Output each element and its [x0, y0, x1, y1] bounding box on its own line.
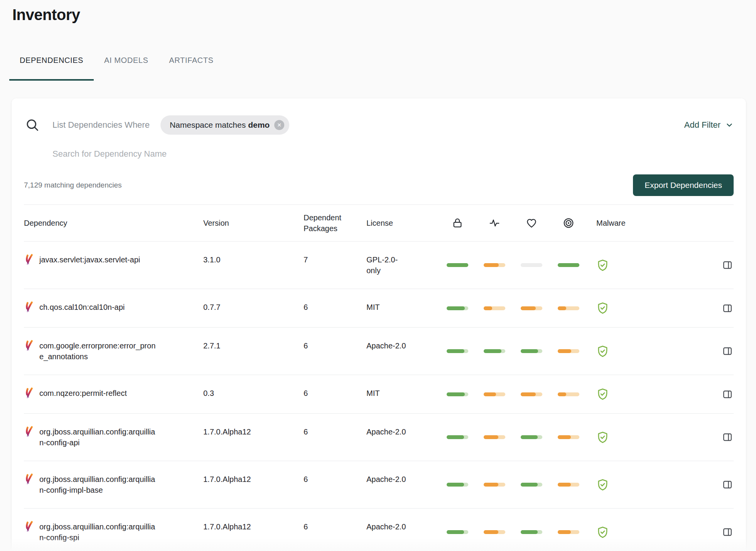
activity-icon — [484, 217, 505, 229]
target-icon — [558, 217, 579, 229]
dependent-packages-value: 7 — [304, 254, 366, 265]
open-details-panel-button[interactable] — [722, 432, 733, 443]
dependency-table-body: javax.servlet:javax.servlet-api3.1.07GPL… — [24, 242, 734, 551]
tab-ai-models[interactable]: AI MODELS — [94, 56, 159, 81]
heart-score-bar — [521, 392, 558, 396]
dependency-name: com.google.errorprone:error_prone_annota… — [39, 340, 156, 362]
row-actions — [658, 389, 734, 400]
open-details-panel-button[interactable] — [722, 389, 733, 400]
table-row[interactable]: com.nqzero:permit-reflect0.36MIT — [24, 375, 734, 414]
license-value: MIT — [366, 302, 447, 313]
dependent-packages-value: 6 — [304, 521, 366, 532]
activity-score-bar — [484, 530, 521, 534]
table-row[interactable]: org.jboss.arquillian.config:arquillian-c… — [24, 509, 734, 551]
tab-dependencies[interactable]: DEPENDENCIES — [9, 56, 94, 81]
matching-count: 7,129 matching dependencies — [24, 181, 122, 189]
search-icon — [25, 118, 39, 132]
dependency-name-cell: org.jboss.arquillian.config:arquillian-c… — [24, 474, 203, 495]
target-score-bar — [558, 530, 596, 534]
add-filter-button[interactable]: Add Filter — [684, 120, 734, 130]
dependent-packages-value: 6 — [304, 340, 366, 351]
filter-chip-namespace[interactable]: Namespace matches demo ✕ — [160, 115, 289, 135]
lock-score-bar — [447, 435, 484, 439]
row-actions — [658, 479, 734, 490]
malware-clean-shield-icon — [596, 302, 658, 314]
open-details-panel-button[interactable] — [722, 479, 733, 490]
dependency-name-cell: javax.servlet:javax.servlet-api — [24, 254, 203, 265]
dependency-search-row: Search for Dependency Name — [52, 149, 734, 159]
target-score-bar — [558, 306, 596, 310]
target-score-bar — [558, 483, 596, 487]
open-details-panel-button[interactable] — [722, 346, 733, 357]
table-row[interactable]: com.google.errorprone:error_prone_annota… — [24, 328, 734, 375]
target-score-bar — [558, 263, 596, 267]
maven-package-icon — [24, 426, 34, 440]
export-dependencies-button[interactable]: Export Dependencies — [633, 174, 734, 196]
open-details-panel-button[interactable] — [722, 260, 733, 270]
license-value: Apache-2.0 — [366, 474, 447, 485]
heart-score-bar — [521, 530, 558, 534]
version-value: 0.7.7 — [203, 302, 304, 313]
dependency-name: org.jboss.arquillian.config:arquillian-c… — [39, 521, 156, 543]
chip-remove-icon[interactable]: ✕ — [274, 120, 284, 130]
dependency-name-cell: com.google.errorprone:error_prone_annota… — [24, 340, 203, 362]
version-value: 1.7.0.Alpha12 — [203, 426, 304, 437]
heart-score-bar — [521, 435, 558, 439]
target-score-bar — [558, 435, 596, 439]
activity-score-bar — [484, 483, 521, 487]
activity-score-bar — [484, 306, 521, 310]
heart-score-bar — [521, 483, 558, 487]
table-header: Dependency Version Dependent Packages Li… — [24, 205, 734, 242]
license-value: GPL-2.0-only — [366, 254, 447, 276]
row-actions — [658, 346, 734, 357]
open-details-panel-button[interactable] — [722, 303, 733, 314]
lock-score-bar — [447, 349, 484, 353]
filter-chip-value: demo — [248, 120, 270, 130]
version-value: 1.7.0.Alpha12 — [203, 474, 304, 485]
heart-score-bar — [521, 306, 558, 310]
target-score-bar — [558, 392, 596, 396]
activity-score-bar — [484, 263, 521, 267]
lock-icon — [447, 217, 468, 229]
malware-clean-shield-icon — [596, 259, 658, 272]
tab-artifacts[interactable]: ARTIFACTS — [159, 56, 224, 81]
filter-query-input[interactable]: List Dependencies Where — [52, 120, 150, 130]
open-details-panel-button[interactable] — [722, 527, 733, 537]
dependent-packages-value: 6 — [304, 388, 366, 399]
dependency-name-cell: com.nqzero:permit-reflect — [24, 388, 203, 399]
column-header-license: License — [366, 218, 447, 228]
column-header-dependent-packages: Dependent Packages — [304, 212, 366, 234]
lock-score-bar — [447, 530, 484, 534]
license-value: Apache-2.0 — [366, 340, 447, 351]
heart-score-bar — [521, 349, 558, 353]
table-row[interactable]: org.jboss.arquillian.config:arquillian-c… — [24, 461, 734, 509]
table-row[interactable]: ch.qos.cal10n:cal10n-api0.7.76MIT — [24, 289, 734, 328]
maven-package-icon — [24, 254, 34, 268]
license-value: MIT — [366, 388, 447, 399]
lock-score-bar — [447, 483, 484, 487]
row-actions — [658, 260, 734, 270]
maven-package-icon — [24, 301, 34, 316]
version-value: 3.1.0 — [203, 254, 304, 265]
lock-score-bar — [447, 306, 484, 310]
dependent-packages-value: 6 — [304, 474, 366, 485]
target-score-bar — [558, 349, 596, 353]
malware-clean-shield-icon — [596, 526, 658, 539]
row-actions — [658, 432, 734, 443]
malware-clean-shield-icon — [596, 388, 658, 401]
dependency-name: com.nqzero:permit-reflect — [39, 388, 127, 399]
maven-package-icon — [24, 473, 34, 488]
page-title: Inventory — [12, 6, 744, 24]
results-toolbar: 7,129 matching dependencies Export Depen… — [24, 174, 734, 205]
dependency-name: ch.qos.cal10n:cal10n-api — [39, 302, 125, 313]
activity-score-bar — [484, 435, 521, 439]
version-value: 2.7.1 — [203, 340, 304, 351]
table-row[interactable]: javax.servlet:javax.servlet-api3.1.07GPL… — [24, 242, 734, 289]
dependency-name-cell: org.jboss.arquillian.config:arquillian-c… — [24, 426, 203, 448]
heart-score-bar — [521, 263, 558, 267]
table-row[interactable]: org.jboss.arquillian.config:arquillian-c… — [24, 414, 734, 461]
filter-bar: List Dependencies Where Namespace matche… — [24, 98, 734, 135]
dependency-name-search-input[interactable]: Search for Dependency Name — [52, 149, 167, 159]
column-header-malware: Malware — [596, 218, 658, 228]
dependency-name-cell: ch.qos.cal10n:cal10n-api — [24, 302, 203, 313]
